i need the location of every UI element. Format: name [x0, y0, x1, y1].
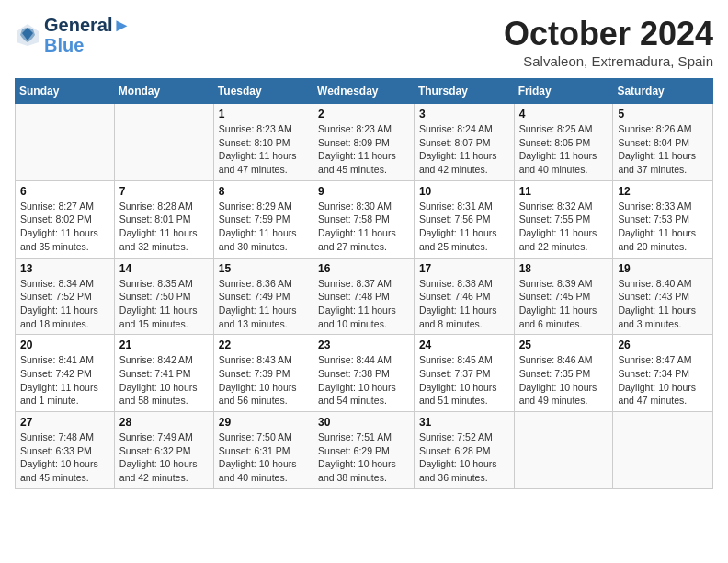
calendar-cell: 19Sunrise: 8:40 AM Sunset: 7:43 PM Dayli…	[613, 258, 713, 335]
day-number: 13	[20, 262, 109, 275]
day-info: Sunrise: 8:36 AM Sunset: 7:49 PM Dayligh…	[219, 277, 308, 331]
day-info: Sunrise: 8:28 AM Sunset: 8:01 PM Dayligh…	[119, 200, 209, 254]
day-info: Sunrise: 7:52 AM Sunset: 6:28 PM Dayligh…	[419, 431, 509, 485]
day-number: 1	[219, 108, 308, 121]
day-info: Sunrise: 8:35 AM Sunset: 7:50 PM Dayligh…	[119, 277, 209, 331]
weekday-header-wednesday: Wednesday	[313, 79, 415, 104]
calendar-week-2: 6Sunrise: 8:27 AM Sunset: 8:02 PM Daylig…	[16, 180, 713, 258]
calendar-cell: 8Sunrise: 8:29 AM Sunset: 7:59 PM Daylig…	[213, 180, 313, 258]
day-info: Sunrise: 8:31 AM Sunset: 7:56 PM Dayligh…	[419, 200, 509, 254]
day-info: Sunrise: 8:25 AM Sunset: 8:05 PM Dayligh…	[519, 122, 609, 177]
calendar-cell: 18Sunrise: 8:39 AM Sunset: 7:45 PM Dayli…	[514, 258, 613, 335]
day-number: 17	[419, 262, 509, 275]
day-number: 22	[219, 339, 308, 351]
day-number: 18	[519, 262, 609, 275]
calendar-cell: 7Sunrise: 8:28 AM Sunset: 8:01 PM Daylig…	[114, 180, 213, 258]
day-number: 3	[419, 108, 509, 121]
calendar-cell	[16, 104, 115, 181]
calendar-cell: 1Sunrise: 8:23 AM Sunset: 8:10 PM Daylig…	[213, 104, 313, 181]
calendar-cell: 13Sunrise: 8:34 AM Sunset: 7:52 PM Dayli…	[16, 258, 115, 335]
day-number: 28	[119, 416, 209, 429]
calendar-cell: 27Sunrise: 7:48 AM Sunset: 6:33 PM Dayli…	[16, 412, 115, 489]
calendar-week-1: 1Sunrise: 8:23 AM Sunset: 8:10 PM Daylig…	[16, 104, 713, 181]
day-info: Sunrise: 8:41 AM Sunset: 7:42 PM Dayligh…	[20, 353, 109, 408]
day-number: 10	[419, 185, 509, 198]
day-number: 11	[519, 185, 609, 198]
day-info: Sunrise: 8:29 AM Sunset: 7:59 PM Dayligh…	[219, 200, 308, 254]
day-number: 27	[20, 416, 109, 429]
calendar-week-4: 20Sunrise: 8:41 AM Sunset: 7:42 PM Dayli…	[16, 335, 713, 412]
day-info: Sunrise: 7:50 AM Sunset: 6:31 PM Dayligh…	[219, 431, 308, 485]
calendar-cell	[613, 412, 713, 489]
day-number: 23	[318, 339, 409, 351]
calendar-cell: 31Sunrise: 7:52 AM Sunset: 6:28 PM Dayli…	[414, 412, 514, 489]
day-number: 8	[219, 185, 308, 198]
calendar-cell: 28Sunrise: 7:49 AM Sunset: 6:32 PM Dayli…	[114, 412, 213, 489]
calendar-cell: 23Sunrise: 8:44 AM Sunset: 7:38 PM Dayli…	[313, 335, 415, 412]
title-block: October 2024 Salvaleon, Extremadura, Spa…	[504, 15, 713, 69]
day-number: 19	[618, 262, 708, 275]
day-info: Sunrise: 7:48 AM Sunset: 6:33 PM Dayligh…	[20, 431, 109, 485]
calendar-week-5: 27Sunrise: 7:48 AM Sunset: 6:33 PM Dayli…	[16, 412, 713, 489]
day-info: Sunrise: 7:51 AM Sunset: 6:29 PM Dayligh…	[318, 431, 409, 485]
day-info: Sunrise: 8:44 AM Sunset: 7:38 PM Dayligh…	[318, 353, 409, 408]
logo-icon	[15, 22, 40, 48]
day-info: Sunrise: 8:47 AM Sunset: 7:34 PM Dayligh…	[618, 353, 708, 408]
day-number: 25	[519, 339, 609, 351]
calendar-cell: 9Sunrise: 8:30 AM Sunset: 7:58 PM Daylig…	[313, 180, 415, 258]
day-number: 26	[618, 339, 708, 351]
weekday-header-saturday: Saturday	[613, 79, 713, 104]
day-number: 31	[419, 416, 509, 429]
calendar-week-3: 13Sunrise: 8:34 AM Sunset: 7:52 PM Dayli…	[16, 258, 713, 335]
day-info: Sunrise: 8:33 AM Sunset: 7:53 PM Dayligh…	[618, 200, 708, 254]
calendar-cell: 17Sunrise: 8:38 AM Sunset: 7:46 PM Dayli…	[414, 258, 514, 335]
day-info: Sunrise: 8:46 AM Sunset: 7:35 PM Dayligh…	[519, 353, 609, 408]
day-number: 5	[618, 108, 708, 121]
calendar-cell	[514, 412, 613, 489]
day-info: Sunrise: 8:26 AM Sunset: 8:04 PM Dayligh…	[618, 122, 708, 177]
calendar-cell: 20Sunrise: 8:41 AM Sunset: 7:42 PM Dayli…	[16, 335, 115, 412]
day-info: Sunrise: 8:24 AM Sunset: 8:07 PM Dayligh…	[419, 122, 509, 177]
calendar-cell: 14Sunrise: 8:35 AM Sunset: 7:50 PM Dayli…	[114, 258, 213, 335]
calendar-cell: 2Sunrise: 8:23 AM Sunset: 8:09 PM Daylig…	[313, 104, 415, 181]
day-number: 21	[119, 339, 209, 351]
day-info: Sunrise: 8:37 AM Sunset: 7:48 PM Dayligh…	[318, 277, 409, 331]
day-number: 15	[219, 262, 308, 275]
day-number: 14	[119, 262, 209, 275]
calendar-cell: 11Sunrise: 8:32 AM Sunset: 7:55 PM Dayli…	[514, 180, 613, 258]
day-number: 2	[318, 108, 409, 121]
calendar-cell: 6Sunrise: 8:27 AM Sunset: 8:02 PM Daylig…	[16, 180, 115, 258]
logo: General► Blue	[15, 15, 131, 55]
day-info: Sunrise: 8:40 AM Sunset: 7:43 PM Dayligh…	[618, 277, 708, 331]
location-subtitle: Salvaleon, Extremadura, Spain	[504, 53, 713, 69]
day-number: 20	[20, 339, 109, 351]
day-info: Sunrise: 8:32 AM Sunset: 7:55 PM Dayligh…	[519, 200, 609, 254]
weekday-header-sunday: Sunday	[16, 79, 115, 104]
calendar-cell: 24Sunrise: 8:45 AM Sunset: 7:37 PM Dayli…	[414, 335, 514, 412]
day-info: Sunrise: 8:23 AM Sunset: 8:10 PM Dayligh…	[219, 122, 308, 177]
day-info: Sunrise: 8:30 AM Sunset: 7:58 PM Dayligh…	[318, 200, 409, 254]
calendar-cell: 29Sunrise: 7:50 AM Sunset: 6:31 PM Dayli…	[213, 412, 313, 489]
calendar-cell: 30Sunrise: 7:51 AM Sunset: 6:29 PM Dayli…	[313, 412, 415, 489]
weekday-header-friday: Friday	[514, 79, 613, 104]
calendar-cell: 16Sunrise: 8:37 AM Sunset: 7:48 PM Dayli…	[313, 258, 415, 335]
calendar-cell: 4Sunrise: 8:25 AM Sunset: 8:05 PM Daylig…	[514, 104, 613, 181]
day-info: Sunrise: 8:42 AM Sunset: 7:41 PM Dayligh…	[119, 353, 209, 408]
day-number: 6	[20, 185, 109, 198]
calendar-cell: 21Sunrise: 8:42 AM Sunset: 7:41 PM Dayli…	[114, 335, 213, 412]
day-number: 9	[318, 185, 409, 198]
calendar-cell: 15Sunrise: 8:36 AM Sunset: 7:49 PM Dayli…	[213, 258, 313, 335]
calendar-cell: 12Sunrise: 8:33 AM Sunset: 7:53 PM Dayli…	[613, 180, 713, 258]
day-number: 12	[618, 185, 708, 198]
day-info: Sunrise: 8:34 AM Sunset: 7:52 PM Dayligh…	[20, 277, 109, 331]
calendar-cell	[114, 104, 213, 181]
weekday-header-monday: Monday	[114, 79, 213, 104]
calendar-cell: 3Sunrise: 8:24 AM Sunset: 8:07 PM Daylig…	[414, 104, 514, 181]
day-info: Sunrise: 7:49 AM Sunset: 6:32 PM Dayligh…	[119, 431, 209, 485]
day-number: 4	[519, 108, 609, 121]
day-info: Sunrise: 8:43 AM Sunset: 7:39 PM Dayligh…	[219, 353, 308, 408]
page-header: General► Blue October 2024 Salvaleon, Ex…	[15, 15, 713, 69]
day-number: 24	[419, 339, 509, 351]
calendar-cell: 10Sunrise: 8:31 AM Sunset: 7:56 PM Dayli…	[414, 180, 514, 258]
logo-text: General► Blue	[44, 15, 131, 55]
